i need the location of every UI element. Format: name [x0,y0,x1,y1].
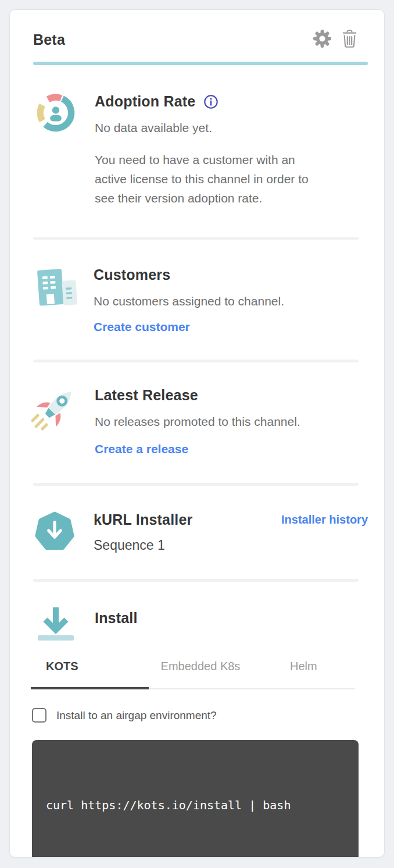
adoption-rate-title: Adoption Rate [95,93,368,110]
latest-release-icon [28,386,78,432]
installer-sequence: Sequence 1 [94,538,368,553]
kurl-installer-title: kURL Installer [94,511,192,528]
gear-icon [313,29,332,50]
channel-card-content: Adoption Rate No data available yet. You… [10,65,384,858]
airgap-checkbox[interactable] [32,708,46,723]
adoption-empty-description: You need to have a customer with an acti… [95,150,327,208]
tab-helm[interactable]: Helm [252,660,355,688]
kurl-installer-icon [32,510,77,553]
install-command-line-1: curl https://kots.io/install | bash [46,795,345,815]
channel-actions [313,30,359,49]
info-icon[interactable] [203,94,219,110]
adoption-empty-text: No data available yet. [95,119,368,137]
install-command-block: curl https://kots.io/install | bash kube… [32,740,359,858]
create-customer-link[interactable]: Create customer [94,320,190,334]
customers-empty-text: No customers assigned to channel. [94,292,368,311]
install-title: Install [95,610,368,627]
adoption-rate-icon [33,92,78,134]
airgap-label: Install to an airgap environment? [56,709,217,722]
install-command-line-2: kubectl kots install myapp/beta [46,855,345,858]
section-customers: Customers No customers assigned to chann… [24,240,370,360]
latest-release-title: Latest Release [95,387,368,404]
install-download-icon [33,605,78,645]
section-adoption-rate: Adoption Rate No data available yet. You… [24,65,370,237]
channel-name: Beta [33,31,65,48]
section-kurl-installer: kURL Installer Installer history Sequenc… [24,486,370,579]
section-install: Install [24,582,370,645]
channel-delete-button[interactable] [340,30,359,49]
channel-card-header: Beta [10,10,384,49]
install-tabs: KOTS Embedded K8s Helm [31,660,355,689]
tab-embedded-k8s[interactable]: Embedded K8s [149,660,252,688]
create-release-link[interactable]: Create a release [95,442,188,456]
channel-settings-button[interactable] [313,30,331,49]
section-latest-release: Latest Release No releases promoted to t… [24,362,370,483]
channel-card: Beta [9,9,385,858]
trash-icon [341,29,358,50]
tab-kots[interactable]: KOTS [31,660,149,688]
installer-history-link[interactable]: Installer history [281,513,368,527]
customers-title: Customers [94,266,368,283]
release-empty-text: No releases promoted to this channel. [95,412,368,431]
customers-icon [31,265,77,310]
airgap-option-row: Install to an airgap environment? [32,708,370,723]
